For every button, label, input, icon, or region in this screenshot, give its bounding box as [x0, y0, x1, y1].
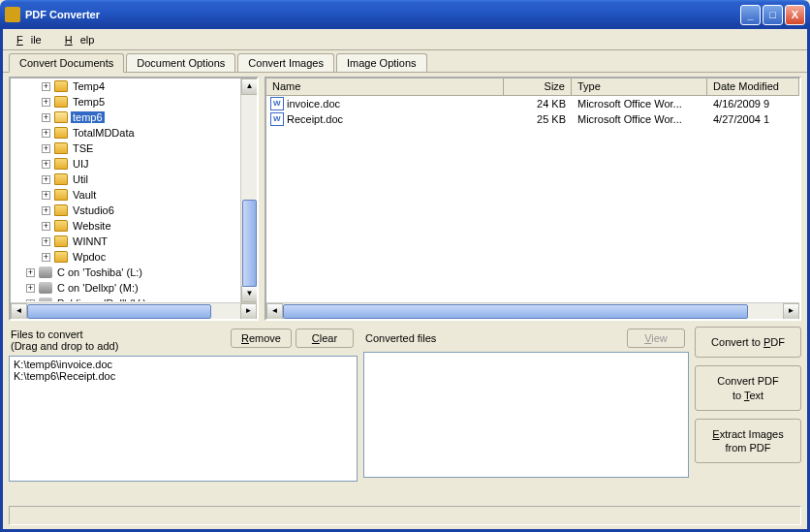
- tab-convert-images[interactable]: Convert Images: [237, 53, 334, 72]
- tree-drive[interactable]: +C on 'Toshiba' (L:): [11, 265, 257, 280]
- tree-folder[interactable]: +WINNT: [11, 234, 257, 249]
- tree-folder[interactable]: +TotalMDData: [11, 125, 257, 141]
- folder-icon: [54, 111, 68, 123]
- folder-icon: [54, 251, 68, 263]
- app-icon: [5, 7, 20, 22]
- scroll-left-icon[interactable]: ◄: [266, 303, 283, 320]
- expand-icon[interactable]: +: [42, 113, 50, 122]
- converted-files-label: Converted files: [365, 332, 627, 344]
- drive-icon: [39, 297, 52, 301]
- tree-folder[interactable]: +Temp4: [11, 78, 257, 94]
- file-date: 4/16/2009 9: [707, 98, 799, 110]
- tree-folder[interactable]: +temp6: [11, 110, 257, 125]
- view-button[interactable]: View: [627, 329, 685, 348]
- col-date[interactable]: Date Modified: [707, 78, 799, 95]
- tree-hscroll[interactable]: ◄ ►: [11, 302, 257, 319]
- menu-help[interactable]: Help: [57, 32, 110, 47]
- list-item[interactable]: Receipt.doc25 KBMicrosoft Office Wor...4…: [266, 111, 799, 127]
- tree-vscroll[interactable]: ▲ ▼: [240, 78, 257, 302]
- tree-label: Vault: [71, 189, 98, 201]
- expand-icon[interactable]: +: [42, 175, 50, 184]
- window-title: PDF Converter: [25, 9, 740, 20]
- tree-folder[interactable]: +Vault: [11, 187, 257, 203]
- clear-button[interactable]: Clear: [296, 329, 354, 348]
- expand-icon[interactable]: +: [26, 284, 35, 293]
- tree-folder[interactable]: +UIJ: [11, 156, 257, 172]
- folder-icon: [54, 173, 68, 185]
- tree-drive[interactable]: +Public on 'Dell' (V:): [11, 296, 257, 301]
- expand-icon[interactable]: +: [42, 222, 50, 231]
- expand-icon[interactable]: +: [26, 268, 35, 277]
- file-list-pane: Name Size Type Date Modified invoice.doc…: [265, 77, 801, 321]
- scroll-left-icon[interactable]: ◄: [11, 303, 27, 320]
- tab-convert-documents[interactable]: Convert Documents: [9, 53, 124, 73]
- expand-icon[interactable]: +: [42, 98, 50, 107]
- list-hscroll[interactable]: ◄ ►: [266, 302, 799, 319]
- col-type[interactable]: Type: [572, 78, 707, 95]
- tree-label: UIJ: [71, 158, 91, 170]
- expand-icon[interactable]: +: [42, 160, 50, 169]
- tree-folder[interactable]: +TSE: [11, 141, 257, 156]
- drive-icon: [39, 266, 52, 278]
- convert-to-pdf-button[interactable]: Convert to PDF: [695, 327, 801, 358]
- tree-label: Temp4: [71, 80, 107, 92]
- tree-label: TSE: [71, 142, 95, 154]
- folder-icon: [54, 220, 68, 232]
- expand-icon[interactable]: +: [42, 253, 50, 262]
- menu-bar: File Help: [3, 29, 807, 50]
- tree-label: Util: [71, 173, 90, 185]
- doc-icon: [270, 112, 284, 126]
- tree-folder[interactable]: +Website: [11, 218, 257, 234]
- expand-icon[interactable]: +: [42, 206, 50, 215]
- folder-icon: [54, 142, 68, 154]
- tree-folder[interactable]: +Vstudio6: [11, 203, 257, 218]
- tree-drive[interactable]: +C on 'Dellxp' (M:): [11, 280, 257, 296]
- tree-label: C on 'Toshiba' (L:): [55, 266, 144, 278]
- tree-folder[interactable]: +Temp5: [11, 94, 257, 110]
- file-size: 24 KB: [504, 98, 572, 110]
- converted-files-list[interactable]: [363, 352, 689, 478]
- drive-icon: [39, 282, 52, 294]
- expand-icon[interactable]: +: [42, 144, 50, 153]
- scroll-up-icon[interactable]: ▲: [241, 78, 258, 95]
- folder-icon: [54, 189, 68, 201]
- tree-label: Website: [71, 220, 113, 232]
- expand-icon[interactable]: +: [42, 191, 50, 200]
- close-button[interactable]: X: [785, 5, 805, 25]
- file-date: 4/27/2004 1: [707, 113, 799, 125]
- title-bar: PDF Converter _ □ X: [0, 0, 810, 29]
- expand-icon[interactable]: +: [42, 129, 50, 138]
- folder-tree-pane: +Temp4+Temp5+temp6+TotalMDData+TSE+UIJ+U…: [9, 77, 259, 321]
- scroll-down-icon[interactable]: ▼: [241, 286, 258, 302]
- convert-pdf-to-text-button[interactable]: Convert PDFto Text: [695, 365, 801, 411]
- minimize-button[interactable]: _: [740, 5, 761, 25]
- expand-icon[interactable]: +: [26, 299, 35, 302]
- tree-label: WINNT: [71, 235, 109, 247]
- expand-icon[interactable]: +: [42, 82, 50, 91]
- col-size[interactable]: Size: [504, 78, 572, 95]
- col-name[interactable]: Name: [266, 78, 504, 95]
- scroll-right-icon[interactable]: ►: [240, 303, 257, 320]
- tree-folder[interactable]: +Wpdoc: [11, 249, 257, 265]
- file-type: Microsoft Office Wor...: [572, 113, 707, 125]
- files-to-convert-label: Files to convert: [11, 329, 231, 340]
- status-bar: [9, 506, 801, 525]
- tree-label: Vstudio6: [71, 204, 116, 216]
- tab-document-options[interactable]: Document Options: [126, 53, 235, 72]
- remove-button[interactable]: Remove: [231, 329, 292, 348]
- queued-file[interactable]: K:\temp6\invoice.doc: [14, 359, 353, 370]
- files-to-convert-list[interactable]: K:\temp6\invoice.docK:\temp6\Receipt.doc: [9, 356, 358, 482]
- menu-file[interactable]: File: [9, 32, 57, 47]
- folder-icon: [54, 96, 68, 108]
- list-item[interactable]: invoice.doc24 KBMicrosoft Office Wor...4…: [266, 96, 799, 111]
- queued-file[interactable]: K:\temp6\Receipt.doc: [14, 370, 353, 382]
- tab-image-options[interactable]: Image Options: [336, 53, 427, 72]
- tab-strip: Convert Documents Document Options Conve…: [3, 50, 807, 73]
- maximize-button[interactable]: □: [763, 5, 783, 25]
- tree-folder[interactable]: +Util: [11, 172, 257, 187]
- extract-images-button[interactable]: Extract Imagesfrom PDF: [695, 419, 801, 464]
- folder-icon: [54, 127, 68, 139]
- tree-label: Wpdoc: [71, 251, 108, 263]
- expand-icon[interactable]: +: [42, 237, 50, 246]
- scroll-right-icon[interactable]: ►: [783, 303, 799, 320]
